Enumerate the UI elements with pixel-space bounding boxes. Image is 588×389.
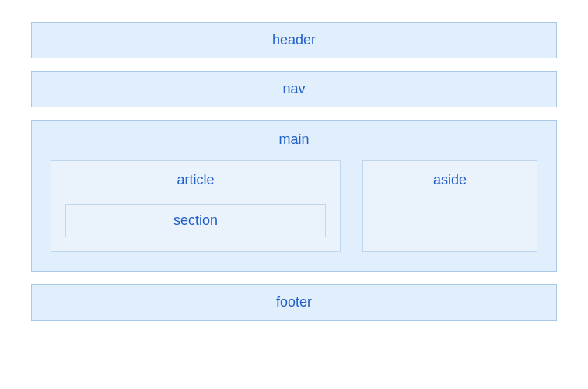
main-content: article section aside [51, 160, 537, 252]
nav-label: nav [282, 81, 305, 96]
aside-region: aside [362, 160, 537, 252]
footer-label: footer [276, 294, 312, 310]
section-label: section [173, 212, 218, 228]
main-label: main [51, 131, 537, 148]
nav-region: nav [31, 71, 557, 107]
article-label: article [65, 172, 326, 188]
header-region: header [31, 22, 557, 58]
header-label: header [272, 32, 316, 47]
main-region: main article section aside [31, 120, 557, 272]
aside-label: aside [433, 172, 467, 187]
article-region: article section [51, 160, 341, 252]
layout-diagram: header nav main article section aside fo… [31, 22, 557, 321]
section-region: section [65, 204, 326, 237]
footer-region: footer [31, 284, 557, 321]
